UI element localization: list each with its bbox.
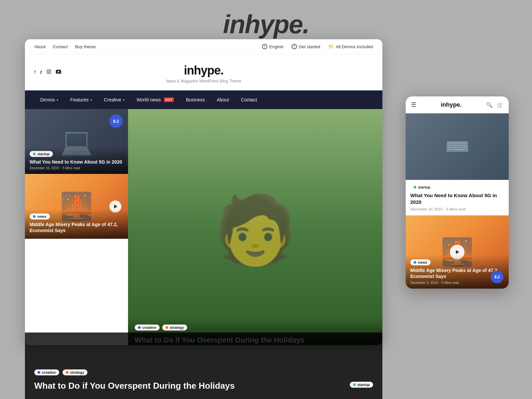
dot-green-icon [33,153,36,155]
all-demos-label: All Demos Included [336,44,373,49]
get-started-label: Get started [299,44,320,49]
chevron-down-icon: ▾ [123,98,125,102]
language-selector[interactable]: ? English [262,44,284,49]
mobile-article-5g-meta: December 10, 2019 ◦ 5 Mins read [410,207,504,211]
top-bar-right: ? English ? Get started 📁 All Demos Incl… [262,44,373,49]
bottom-badge-strategy: strategy [63,369,88,375]
category-badge-news: news [30,213,50,219]
bottom-left: creative strategy What to Do if You Over… [34,369,350,391]
mobile-article-5g-image [406,113,509,180]
bottom-badge-creative: creative [34,369,59,375]
site-logo: inhype. [184,64,223,77]
site-header: f t inhype. News & Magazine WordPress Bl… [25,54,382,90]
dot-green-icon [353,383,356,386]
left-panel: 8.2 startup What You Need to Know About … [25,109,128,345]
youtube-icon[interactable] [56,69,61,75]
mobile-misery-meta: December 3, 2019 ◦ 5 Mins read [410,281,504,285]
svg-point-1 [48,71,50,73]
center-article-image [128,109,382,345]
category-badge-startup: startup [30,151,53,157]
dot-purple-icon [38,371,40,374]
desktop-browser-card: About Contact Buy theme ? English ? Get … [25,39,382,345]
dot-green-icon [414,186,416,189]
get-started-link[interactable]: ? Get started [292,44,320,49]
article-card-misery[interactable]: news Middle Age Misery Peaks at Age of 4… [25,174,128,239]
about-link[interactable]: About [34,44,46,49]
svg-point-2 [50,70,50,71]
mobile-article-5g-title: What You Need to Know About 5G in 2020 [410,192,504,205]
mobile-category-badge-news: news [410,259,431,265]
bg-logo: inhype. [0,9,532,40]
chevron-down-icon: ▾ [90,98,92,102]
all-demos-link[interactable]: 📁 All Demos Included [328,44,373,49]
twitter-icon[interactable]: t [40,69,42,75]
dot-orange-icon [166,326,168,329]
buy-theme-link[interactable]: Buy theme [75,44,96,49]
bottom-right: startup [350,382,373,391]
folder-icon: 📁 [328,44,334,49]
mobile-search-icon[interactable]: 🔍 [486,102,493,108]
nav-features[interactable]: Features ▾ [64,90,98,109]
nav-business[interactable]: Business [180,90,211,109]
content-area: 8.2 startup What You Need to Know About … [25,109,382,345]
bottom-peek: creative strategy What to Do if You Over… [25,332,382,399]
nav-creative[interactable]: Creative ▾ [98,90,131,109]
top-bar-left: About Contact Buy theme [34,44,96,49]
mobile-score-badge: 8.2 [491,271,503,283]
top-bar: About Contact Buy theme ? English ? Get … [25,39,382,54]
nav-contact[interactable]: Contact [235,90,263,109]
nav-about[interactable]: About [211,90,235,109]
mobile-article-misery[interactable]: news Middle Age Misery Peaks at Age of 4… [406,215,509,289]
article-misery-overlay: news Middle Age Misery Peaks at Age of 4… [25,209,128,239]
mobile-article-5g-content: startup What You Need to Know About 5G i… [406,180,509,215]
center-badges: creative strategy [135,325,376,332]
article-5g-meta: December 10, 2019 ◦ 5 Mins read [30,166,123,170]
category-badge-strategy: strategy [162,325,188,331]
play-triangle-icon [114,204,117,208]
mobile-cart-icon[interactable]: 🛒 [497,102,503,108]
chevron-down-icon: ▾ [57,98,58,102]
bottom-title: What to Do if You Overspent During the H… [34,381,350,391]
mobile-menu-icon[interactable]: ☰ [411,101,416,108]
nav-demos[interactable]: Demos ▾ [34,90,64,109]
nav-bar: Demos ▾ Features ▾ Creative ▾ World news… [25,90,382,109]
dot-purple-icon [138,326,141,329]
instagram-icon[interactable] [47,69,51,75]
mobile-logo: inhype. [441,101,462,108]
article-card-5g[interactable]: 8.2 startup What You Need to Know About … [25,109,128,174]
mobile-category-badge-startup: startup [410,184,434,190]
dot-blue-icon [414,261,416,264]
mobile-top-bar: ☰ inhype. 🔍 🛒 [406,96,509,113]
nav-world-news[interactable]: World news HOT [131,90,180,109]
site-tagline: News & Magazine WordPress Blog Theme [166,79,241,83]
center-panel[interactable]: creative strategy What to Do if You Over… [128,109,382,345]
mobile-misery-title: Middle Age Misery Peaks at Age of 47.2, … [410,267,504,279]
mobile-card: ☰ inhype. 🔍 🛒 startup What You Need to K… [406,96,509,289]
facebook-icon[interactable]: f [34,69,36,75]
dot-blue-icon [33,215,36,218]
contact-link[interactable]: Contact [53,44,68,49]
mobile-play-triangle-icon [456,250,459,254]
language-icon: ? [262,44,267,49]
mobile-article-5g[interactable] [406,113,509,180]
article-5g-overlay: startup What You Need to Know About 5G i… [25,147,128,174]
category-badge-creative: creative [135,325,160,331]
language-label: English [269,44,284,49]
score-badge-5g: 8.2 [109,114,123,128]
hot-badge: HOT [164,97,174,102]
mobile-action-icons: 🔍 🛒 [486,102,503,108]
bottom-right-badge: startup [350,382,373,388]
dot-orange-icon [66,371,68,374]
get-started-icon: ? [292,44,297,49]
article-5g-title: What You Need to Know About 5G in 2020 [30,159,123,165]
social-icons: f t [34,69,61,75]
svg-rect-0 [47,70,51,74]
article-misery-title: Middle Age Misery Peaks at Age of 47.2, … [30,221,123,233]
